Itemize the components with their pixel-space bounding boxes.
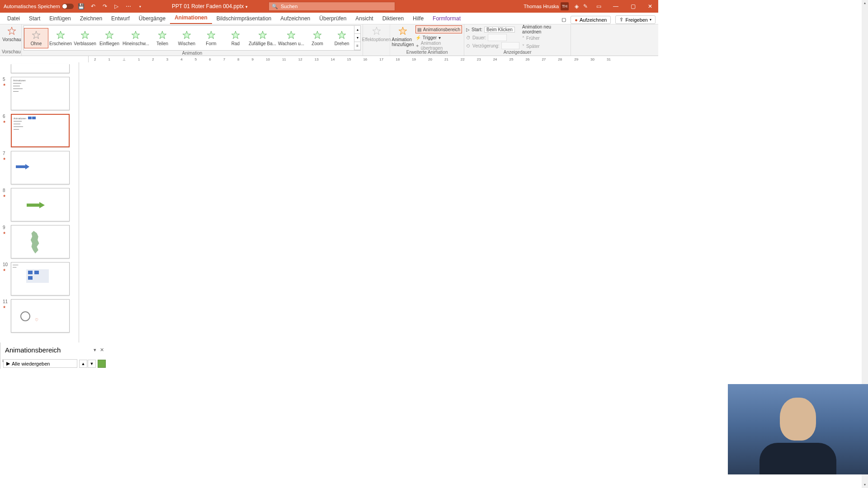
thumb-11[interactable]: ♡ (11, 299, 70, 333)
filename[interactable]: PPT 01 Roter Faden 004.pptx ▾ (172, 3, 248, 9)
pen-icon[interactable]: ✎ (581, 2, 590, 10)
move-later-button: ˅ Später (522, 42, 569, 50)
thumb-9[interactable] (11, 225, 70, 258)
pane-close-icon[interactable]: ✕ (100, 347, 104, 353)
animation-pane-button[interactable]: ▤ Animationsbereich (415, 25, 462, 33)
save-icon[interactable]: 💾 (77, 2, 85, 10)
collapse-ribbon[interactable]: ▢ (561, 17, 566, 23)
autosave-label: Automatisches Speichern (4, 4, 60, 9)
tab-insert[interactable]: Einfügen (45, 13, 75, 24)
from-beginning-icon[interactable]: ▷ (113, 2, 121, 10)
effect-none[interactable]: Ohne (24, 28, 48, 48)
thumb-5[interactable]: Animationen━━━━━━━━━━━━━━━━━━━━━━ (11, 77, 70, 110)
effect-zoom[interactable]: Zoom (305, 28, 330, 48)
share-button[interactable]: ⇪Freigeben▾ (615, 15, 656, 24)
group-animation: Animation (24, 51, 361, 56)
tab-dictate[interactable]: Diktieren (378, 13, 408, 24)
effect-fade[interactable]: Verblassen (73, 28, 97, 48)
tab-review[interactable]: Überprüfen (315, 13, 351, 24)
effect-floatin[interactable]: Hineinschw... (122, 28, 150, 48)
move-earlier-button: ˄ Früher (522, 34, 569, 42)
effect-split[interactable]: Teilen (150, 28, 175, 48)
play-all-button[interactable]: ▶Alle wiedergeben (3, 359, 77, 368)
thumb-10[interactable]: ━━━━━━━━━━ (11, 262, 70, 296)
record-button[interactable]: ●Aufzeichnen (571, 16, 611, 24)
undo-icon[interactable]: ↶ (89, 2, 97, 10)
timeline-toggle[interactable] (98, 360, 106, 368)
maximize-button[interactable]: ▢ (625, 0, 641, 13)
effect-wheel[interactable]: Rad (223, 28, 248, 48)
reorder-label: Animation neu anordnen (522, 25, 569, 33)
copilot-icon[interactable]: ◈ (572, 2, 580, 10)
effect-appear[interactable]: Erscheinen (48, 28, 73, 48)
search-icon: 🔍 (272, 4, 278, 9)
tab-file[interactable]: Datei (3, 13, 24, 24)
tab-help[interactable]: Hilfe (408, 13, 428, 24)
toggle-icon (62, 4, 74, 9)
effect-shape[interactable]: Form (199, 28, 223, 48)
more-icon[interactable]: ⋯ (124, 2, 132, 10)
animation-pane-title: Animationsbereich (5, 346, 61, 354)
search-placeholder: Suchen (281, 4, 297, 9)
duration-input: ⏱ Dauer: (466, 33, 519, 42)
ribbon-tabs: Datei Start Einfügen Zeichnen Entwurf Üb… (0, 13, 658, 24)
effect-wipe[interactable]: Wischen (175, 28, 199, 48)
animation-pane: Animationsbereich ▾ ✕ ▶Alle wiedergeben … (0, 343, 108, 369)
thumb-7[interactable] (11, 151, 70, 184)
delay-input: ⏲ Verzögerung: (466, 42, 519, 50)
preview-button[interactable]: Vorschau (2, 25, 22, 43)
tab-draw[interactable]: Zeichnen (75, 13, 107, 24)
move-up-button[interactable]: ▲ (79, 360, 87, 368)
gallery-up[interactable]: ▴ (354, 26, 360, 34)
tab-design[interactable]: Entwurf (107, 13, 134, 24)
effect-options-button: Effektoptionen (365, 25, 388, 43)
minimize-button[interactable]: — (608, 0, 624, 13)
thumb-8[interactable] (11, 188, 70, 221)
tab-home[interactable]: Start (24, 13, 45, 24)
animation-painter-button: ✦ Animation übertragen (415, 42, 462, 50)
tab-animations[interactable]: Animationen (170, 12, 212, 24)
gallery-down[interactable]: ▾ (354, 34, 360, 42)
tab-slideshow[interactable]: Bildschirmpräsentation (212, 13, 276, 24)
close-button[interactable]: ✕ (642, 0, 658, 13)
ribbon: Vorschau Vorschau Ohne Erscheinen Verbla… (0, 24, 658, 56)
group-preview: Vorschau (2, 49, 19, 55)
start-dropdown[interactable]: ▷ Start: Beim Klicken (466, 25, 519, 33)
search-input[interactable]: 🔍 Suchen (269, 2, 395, 11)
avatar: TH (561, 2, 569, 10)
tab-transitions[interactable]: Übergänge (134, 13, 170, 24)
effect-growturn[interactable]: Wachsen u... (277, 28, 305, 48)
slide-thumbnails[interactable]: 5★Animationen━━━━━━━━━━━━━━━━━━━━━━ 6★An… (0, 62, 79, 343)
gallery-more[interactable]: ≡ (354, 42, 360, 50)
group-timing: Anzeigedauer (466, 50, 569, 55)
autosave-toggle[interactable]: Automatisches Speichern (4, 4, 74, 9)
tab-shapeformat[interactable]: Formformat (428, 13, 465, 24)
account-button[interactable]: Thomas Hruska TH (524, 2, 569, 10)
effect-flyin[interactable]: Einfliegen (97, 28, 122, 48)
title-bar: Automatisches Speichern 💾 ↶ ↷ ▷ ⋯ ▾ PPT … (0, 0, 658, 13)
move-down-button[interactable]: ▼ (88, 360, 96, 368)
pane-dropdown-icon[interactable]: ▾ (94, 347, 96, 353)
thumb-partial[interactable] (11, 64, 70, 73)
animation-gallery[interactable]: Ohne Erscheinen Verblassen Einfliegen Hi… (24, 25, 361, 51)
thumb-6[interactable]: Animationen ━━━━━━━━━━━━━━━━━━━━━━ (11, 114, 70, 147)
tab-view[interactable]: Ansicht (351, 13, 377, 24)
tab-record[interactable]: Aufzeichnen (276, 13, 315, 24)
ribbon-options[interactable]: ▭ (590, 0, 607, 13)
effect-randombars[interactable]: Zufällige Ba... (248, 28, 277, 48)
redo-icon[interactable]: ↷ (101, 2, 109, 10)
effect-spin[interactable]: Drehen (330, 28, 354, 48)
horizontal-ruler: 21⊥1234567891011121314151617181920212223… (0, 56, 658, 62)
customize-qat[interactable]: ▾ (136, 2, 144, 10)
add-animation-button[interactable]: Animation hinzufügen (392, 25, 414, 50)
